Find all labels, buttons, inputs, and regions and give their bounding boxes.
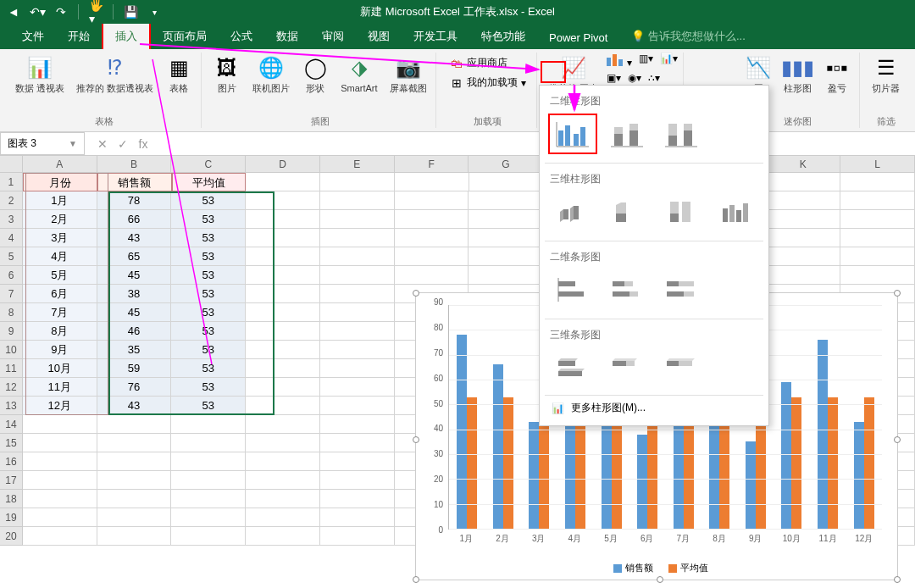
cell[interactable] xyxy=(171,415,246,434)
cell[interactable]: 5月 xyxy=(23,266,97,285)
cell[interactable]: 53 xyxy=(171,210,246,229)
column-header[interactable]: B xyxy=(97,156,172,173)
cell[interactable]: 月份 xyxy=(23,173,97,191)
slicer-button[interactable]: ☰切片器 xyxy=(868,53,903,96)
row-header[interactable]: 14 xyxy=(0,415,23,434)
cell[interactable] xyxy=(840,247,915,266)
cell[interactable] xyxy=(469,247,543,266)
sparkline-winloss-button[interactable]: ▪▫▪盈亏 xyxy=(820,53,854,96)
cell[interactable] xyxy=(246,397,320,415)
cell[interactable] xyxy=(246,341,320,359)
cell[interactable] xyxy=(246,359,320,378)
cell[interactable]: 2月 xyxy=(23,210,97,229)
stacked-bar-option[interactable] xyxy=(602,269,652,310)
pictures-button[interactable]: 🖼图片 xyxy=(210,53,244,96)
column-header[interactable]: L xyxy=(840,156,915,173)
cell[interactable] xyxy=(97,415,172,434)
cell[interactable] xyxy=(97,452,172,471)
cell[interactable] xyxy=(766,191,840,210)
column-chart-button[interactable]: ▾ xyxy=(607,53,632,69)
cell[interactable]: 59 xyxy=(97,359,172,378)
cell[interactable] xyxy=(246,266,320,285)
cell[interactable] xyxy=(171,490,246,508)
cell[interactable] xyxy=(766,266,840,285)
cell[interactable] xyxy=(97,508,172,527)
tab-special[interactable]: 特色功能 xyxy=(469,24,537,49)
cell[interactable]: 3月 xyxy=(23,229,97,247)
fx-icon[interactable]: fx xyxy=(136,137,151,151)
cell[interactable]: 53 xyxy=(171,229,246,247)
cell[interactable] xyxy=(23,490,97,508)
cell[interactable] xyxy=(320,247,395,266)
cell[interactable]: 66 xyxy=(97,210,172,229)
cell[interactable] xyxy=(395,210,469,229)
3d-100-stacked-bar-option[interactable] xyxy=(657,347,706,388)
cell[interactable]: 43 xyxy=(97,397,172,415)
clustered-bar-option[interactable] xyxy=(548,269,597,310)
cell[interactable] xyxy=(766,229,840,247)
cell[interactable] xyxy=(97,434,172,452)
cell[interactable] xyxy=(97,527,172,546)
cell[interactable] xyxy=(246,285,320,303)
cell[interactable] xyxy=(246,471,320,490)
cell[interactable]: 53 xyxy=(171,359,246,378)
cell[interactable]: 53 xyxy=(171,397,246,415)
row-header[interactable]: 10 xyxy=(0,341,23,359)
cell[interactable] xyxy=(320,527,395,546)
cell[interactable] xyxy=(23,508,97,527)
cell[interactable] xyxy=(171,527,246,546)
tab-file[interactable]: 文件 xyxy=(10,24,56,49)
cancel-formula-icon[interactable]: ✕ xyxy=(95,137,110,151)
3d-column-option[interactable] xyxy=(711,191,760,232)
recommended-pivot-button[interactable]: ⁉推荐的 数据透视表 xyxy=(73,53,157,96)
cell[interactable] xyxy=(840,173,915,191)
row-header[interactable]: 20 xyxy=(0,527,23,546)
cell[interactable] xyxy=(23,415,97,434)
cell[interactable] xyxy=(246,322,320,341)
3d-100-stacked-column-option[interactable] xyxy=(657,191,706,232)
cell[interactable] xyxy=(23,471,97,490)
cell[interactable] xyxy=(840,266,915,285)
3d-clustered-bar-option[interactable] xyxy=(548,347,597,388)
cell[interactable] xyxy=(469,229,543,247)
row-header[interactable]: 1 xyxy=(0,173,23,191)
cell[interactable] xyxy=(23,452,97,471)
cell[interactable] xyxy=(320,285,395,303)
row-header[interactable]: 6 xyxy=(0,266,23,285)
row-header[interactable]: 17 xyxy=(0,471,23,490)
cell[interactable] xyxy=(469,173,544,191)
cell[interactable]: 53 xyxy=(171,247,246,266)
cell[interactable] xyxy=(246,434,320,452)
cell[interactable]: 45 xyxy=(97,303,172,322)
row-header[interactable]: 12 xyxy=(0,378,23,397)
cell[interactable] xyxy=(246,508,320,527)
row-header[interactable]: 5 xyxy=(0,247,23,266)
column-header[interactable]: E xyxy=(320,156,395,173)
row-header[interactable]: 16 xyxy=(0,452,23,471)
tab-insert[interactable]: 插入 xyxy=(102,22,151,51)
column-header[interactable]: C xyxy=(171,156,246,173)
cell[interactable] xyxy=(766,210,840,229)
tell-me[interactable]: 💡 告诉我您想做什么... xyxy=(619,24,757,49)
cell[interactable]: 53 xyxy=(171,341,246,359)
cell[interactable]: 8月 xyxy=(23,322,97,341)
tab-home[interactable]: 开始 xyxy=(56,24,102,49)
stacked-column-option[interactable] xyxy=(602,114,652,154)
save-icon[interactable]: 💾 xyxy=(124,5,137,19)
select-all-corner[interactable] xyxy=(0,156,23,173)
cell[interactable]: 平均值 xyxy=(172,173,247,191)
cell[interactable] xyxy=(171,452,246,471)
accept-formula-icon[interactable]: ✓ xyxy=(115,137,130,151)
clustered-column-option[interactable] xyxy=(548,114,597,154)
cell[interactable] xyxy=(395,229,469,247)
cell[interactable] xyxy=(171,471,246,490)
tab-formulas[interactable]: 公式 xyxy=(219,24,264,49)
column-header[interactable]: D xyxy=(246,156,320,173)
name-box[interactable]: 图表 3▼ xyxy=(0,132,85,155)
redo-icon[interactable]: ↷ xyxy=(54,5,68,19)
cell[interactable] xyxy=(97,490,172,508)
column-header[interactable]: A xyxy=(23,156,97,173)
tab-developer[interactable]: 开发工具 xyxy=(402,24,469,49)
cell[interactable] xyxy=(840,210,915,229)
cell[interactable] xyxy=(246,229,320,247)
